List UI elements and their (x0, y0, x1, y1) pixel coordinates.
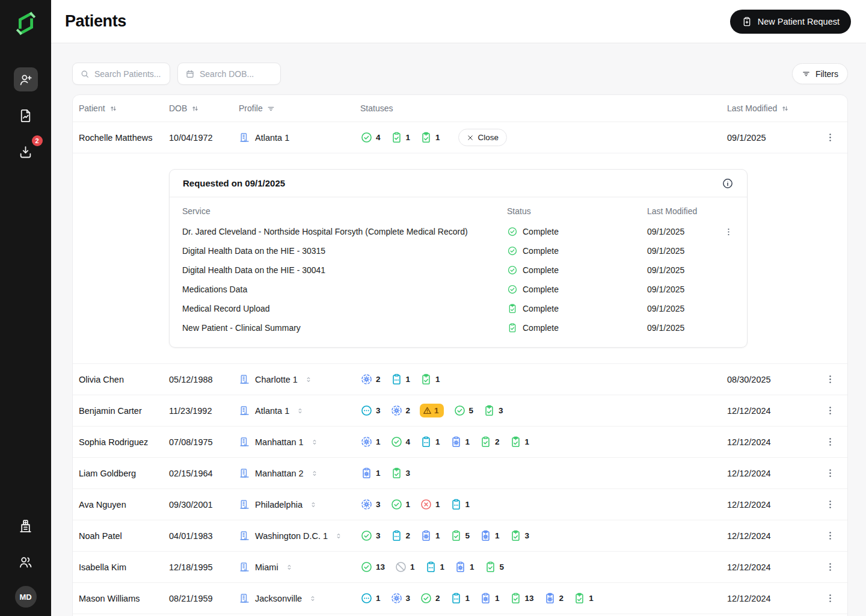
column-header-profile[interactable]: Profile (239, 103, 360, 113)
table-row[interactable]: Sophia Rodriguez07/08/1975Manhattan 1141… (73, 427, 847, 458)
status-chip[interactable]: 1 (360, 592, 381, 605)
column-header-last-modified[interactable]: Last Modified (727, 103, 818, 113)
warning-status-badge[interactable]: 1 (420, 404, 444, 417)
column-header-patient[interactable]: Patient (79, 103, 169, 113)
filter-icon[interactable] (266, 104, 275, 113)
status-chip[interactable]: 1 (573, 592, 594, 605)
status-chip[interactable]: 5 (484, 561, 505, 573)
new-patient-request-button[interactable]: New Patient Request (730, 10, 851, 34)
row-menu-button[interactable] (818, 374, 841, 385)
info-icon[interactable] (722, 177, 734, 189)
table-row[interactable]: Noah Patel04/01/1983Washington D.C. 1321… (73, 520, 847, 552)
status-chip[interactable]: 2 (390, 529, 411, 542)
status-chip[interactable]: 1 (420, 529, 440, 542)
status-chip[interactable]: 1 (450, 498, 470, 511)
row-menu-button[interactable] (818, 132, 841, 143)
profile-cell[interactable]: Manhattan 1 (239, 436, 360, 448)
status-chip[interactable]: 4 (390, 436, 411, 448)
sort-icon[interactable] (781, 104, 790, 113)
sidebar-item-reports[interactable] (14, 103, 38, 128)
status-chip[interactable]: 1 (390, 498, 411, 511)
status-chip[interactable]: 1 (425, 561, 445, 573)
status-chip[interactable]: 1 (454, 561, 474, 573)
service-row[interactable]: Medications DataComplete09/1/2025 (182, 280, 734, 299)
status-chip[interactable]: 5 (453, 404, 474, 417)
status-chip[interactable]: 3 (390, 467, 411, 479)
row-menu-button[interactable] (818, 467, 841, 479)
chevron-updown-icon[interactable] (304, 375, 313, 384)
status-chip[interactable]: 2 (360, 373, 381, 386)
table-row[interactable]: Liam Goldberg02/15/1964Manhattan 21312/1… (73, 458, 847, 489)
table-row[interactable]: Rochelle Matthews10/04/1972Atlanta 1411C… (73, 122, 847, 153)
sidebar-item-downloads[interactable]: 2 (14, 140, 38, 164)
sort-icon[interactable] (191, 104, 200, 113)
chevron-updown-icon[interactable] (296, 407, 304, 415)
status-chip[interactable]: 3 (483, 404, 503, 417)
close-expanded-button[interactable]: Close (458, 129, 508, 146)
chevron-updown-icon[interactable] (334, 532, 343, 540)
service-row[interactable]: Digital Health Data on the HIE - 30041Co… (182, 260, 734, 280)
sidebar-item-patients[interactable] (14, 67, 38, 91)
table-row[interactable]: Isabella Kim12/18/1995Miami13111512/12/2… (73, 552, 847, 583)
status-chip[interactable]: 2 (420, 592, 440, 605)
service-row[interactable]: New Patient - Clinical SummaryComplete09… (182, 318, 734, 337)
status-chip[interactable]: 3 (509, 529, 530, 542)
table-row[interactable]: Olivia Chen05/12/1988Charlotte 121108/30… (73, 364, 847, 395)
service-row[interactable]: Dr. Jared Cleveland - Northside Hospital… (182, 222, 734, 241)
status-chip[interactable]: 3 (390, 592, 411, 605)
service-row[interactable]: Digital Health Data on the HIE - 30315Co… (182, 241, 734, 260)
status-chip[interactable]: 1 (450, 436, 470, 448)
profile-cell[interactable]: Washington D.C. 1 (239, 530, 360, 541)
status-chip[interactable]: 1 (390, 131, 411, 144)
chevron-updown-icon[interactable] (285, 563, 293, 571)
chevron-updown-icon[interactable] (310, 438, 319, 446)
status-chip[interactable]: 1 (450, 592, 470, 605)
row-menu-button[interactable] (818, 405, 841, 416)
table-row[interactable]: Mason Williams08/21/1959Jacksonville1321… (73, 583, 847, 614)
status-chip[interactable]: 3 (360, 404, 381, 417)
status-chip[interactable]: 1 (479, 529, 500, 542)
table-row[interactable]: Benjamin Carter11/23/1992Atlanta 1321531… (73, 395, 847, 427)
status-chip[interactable]: 13 (360, 561, 385, 573)
status-chip[interactable]: 3 (360, 498, 381, 511)
status-chip[interactable]: 1 (509, 436, 530, 448)
status-chip[interactable]: 4 (360, 131, 381, 144)
chevron-updown-icon[interactable] (309, 500, 318, 509)
brand-logo-icon[interactable] (12, 10, 40, 37)
profile-cell[interactable]: Atlanta 1 (239, 405, 360, 416)
row-menu-button[interactable] (818, 499, 841, 510)
status-chip[interactable]: 5 (450, 529, 470, 542)
search-patients-input[interactable] (94, 69, 162, 79)
status-chip[interactable]: 1 (360, 436, 381, 448)
service-menu-button[interactable] (722, 227, 734, 237)
status-chip[interactable]: 2 (479, 436, 500, 448)
status-chip[interactable]: 1 (360, 467, 381, 479)
status-chip[interactable]: 1 (420, 498, 440, 511)
chevron-updown-icon[interactable] (309, 594, 317, 603)
profile-cell[interactable]: Jacksonville (239, 593, 360, 604)
chevron-updown-icon[interactable] (310, 469, 319, 478)
status-chip[interactable]: 3 (360, 529, 381, 542)
row-menu-button[interactable] (818, 436, 841, 448)
status-chip[interactable]: 13 (509, 592, 534, 605)
status-chip[interactable]: 1 (420, 373, 440, 386)
status-chip[interactable]: 1 (420, 131, 440, 144)
service-row[interactable]: Medical Record UploadComplete09/1/2025 (182, 299, 734, 318)
status-chip[interactable]: 1 (395, 561, 415, 573)
status-chip[interactable]: 2 (544, 592, 564, 605)
row-menu-button[interactable] (818, 593, 841, 604)
profile-cell[interactable]: Manhattan 2 (239, 467, 360, 479)
search-dob-input[interactable] (200, 69, 273, 79)
row-menu-button[interactable] (818, 530, 841, 541)
status-chip[interactable]: 2 (390, 404, 411, 417)
profile-cell[interactable]: Charlotte 1 (239, 374, 360, 385)
status-chip[interactable]: 1 (390, 373, 411, 386)
avatar[interactable]: MD (15, 586, 37, 608)
sidebar-item-users[interactable] (14, 550, 38, 574)
status-chip[interactable]: 1 (479, 592, 500, 605)
filters-button[interactable]: Filters (792, 63, 848, 84)
sidebar-item-facility[interactable] (14, 514, 38, 538)
row-menu-button[interactable] (818, 561, 841, 573)
status-chip[interactable]: 1 (420, 436, 440, 448)
profile-cell[interactable]: Miami (239, 561, 360, 573)
